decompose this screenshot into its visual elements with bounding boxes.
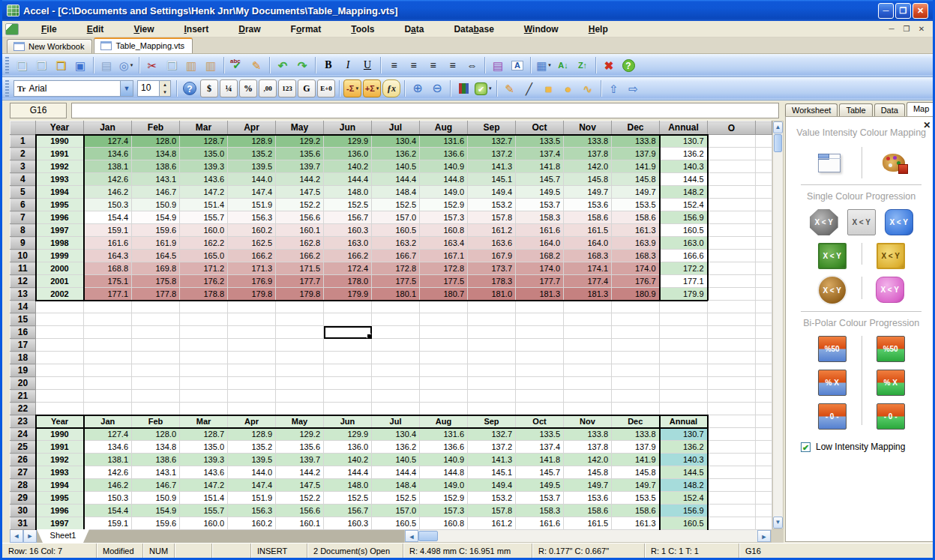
- cell[interactable]: 1994: [36, 186, 84, 199]
- cell[interactable]: [612, 339, 660, 352]
- toolbar-grip[interactable]: [5, 80, 9, 97]
- cell[interactable]: 135.0: [180, 441, 228, 454]
- cell[interactable]: [276, 339, 324, 352]
- cell[interactable]: 149.7: [564, 479, 612, 492]
- cell[interactable]: [276, 377, 324, 390]
- cell[interactable]: 172.4: [324, 262, 372, 275]
- cell[interactable]: 155.7: [180, 505, 228, 517]
- cell[interactable]: 160.1: [276, 517, 324, 530]
- cell[interactable]: 136.6: [420, 148, 468, 160]
- cell[interactable]: [84, 377, 132, 390]
- cell[interactable]: [468, 390, 516, 403]
- fraction-format-button[interactable]: ¼: [220, 79, 238, 97]
- maximize-button[interactable]: ❐: [895, 3, 911, 19]
- cell[interactable]: 163.0: [324, 237, 372, 250]
- cell[interactable]: [420, 313, 468, 326]
- cell[interactable]: [276, 364, 324, 377]
- cell[interactable]: [708, 199, 756, 211]
- draw-ellipse-button[interactable]: ●: [559, 79, 577, 97]
- cell[interactable]: 141.9: [612, 454, 660, 466]
- vertical-scroll-thumb[interactable]: [774, 134, 782, 152]
- cell[interactable]: Annual: [660, 415, 708, 428]
- menu-format[interactable]: Format: [276, 22, 337, 36]
- cell[interactable]: 133.5: [516, 135, 564, 148]
- cell[interactable]: 140.2: [324, 160, 372, 173]
- text-properties-button[interactable]: A: [508, 56, 526, 74]
- cell[interactable]: 174.0: [516, 262, 564, 275]
- row-header-28[interactable]: 28: [10, 479, 36, 492]
- cell[interactable]: 146.7: [132, 186, 180, 199]
- cell[interactable]: [324, 364, 372, 377]
- cell[interactable]: 147.2: [180, 479, 228, 492]
- sort-ascending-button[interactable]: A↓: [554, 56, 572, 74]
- cell[interactable]: 145.8: [612, 466, 660, 479]
- cell[interactable]: 142.6: [84, 173, 132, 186]
- column-header-annual[interactable]: Annual: [660, 121, 708, 135]
- column-header-apr[interactable]: Apr: [228, 121, 276, 135]
- cell[interactable]: 154.4: [84, 505, 132, 517]
- save-file-button[interactable]: ▣: [71, 56, 89, 74]
- cell[interactable]: 152.9: [420, 199, 468, 211]
- menu-database[interactable]: Database: [439, 22, 508, 36]
- cell[interactable]: 147.5: [276, 186, 324, 199]
- cell[interactable]: [516, 390, 564, 403]
- cell[interactable]: 134.6: [84, 441, 132, 454]
- cell[interactable]: [708, 326, 756, 339]
- cell[interactable]: 153.6: [564, 199, 612, 211]
- cell[interactable]: 177.5: [372, 275, 420, 288]
- cell[interactable]: 154.4: [84, 211, 132, 224]
- cell[interactable]: [756, 148, 772, 160]
- cell[interactable]: 181.3: [516, 288, 564, 301]
- cell[interactable]: 157.8: [468, 211, 516, 224]
- cell[interactable]: 150.9: [132, 492, 180, 505]
- cell[interactable]: 135.2: [228, 148, 276, 160]
- cell[interactable]: 161.6: [84, 237, 132, 250]
- align-center-button[interactable]: ≡: [404, 56, 422, 74]
- cell[interactable]: 129.2: [276, 135, 324, 148]
- cell[interactable]: 151.9: [228, 199, 276, 211]
- cell[interactable]: 144.0: [228, 466, 276, 479]
- cell[interactable]: [708, 403, 756, 415]
- cell[interactable]: 160.5: [372, 224, 420, 237]
- context-help-button[interactable]: ?: [181, 79, 199, 97]
- cell[interactable]: 140.5: [372, 454, 420, 466]
- cell[interactable]: 1997: [36, 224, 84, 237]
- cell[interactable]: 155.7: [180, 211, 228, 224]
- cell[interactable]: 164.0: [564, 237, 612, 250]
- cell[interactable]: [84, 339, 132, 352]
- cell[interactable]: [324, 352, 372, 364]
- cell[interactable]: [756, 377, 772, 390]
- cell[interactable]: 144.5: [660, 173, 708, 186]
- draw-pencil-button[interactable]: ✎: [501, 79, 519, 97]
- cell[interactable]: [564, 339, 612, 352]
- cell[interactable]: [612, 326, 660, 339]
- cell[interactable]: 134.8: [132, 441, 180, 454]
- cell[interactable]: 139.3: [180, 160, 228, 173]
- cell[interactable]: [180, 364, 228, 377]
- cell[interactable]: [660, 364, 708, 377]
- cell[interactable]: 135.6: [276, 148, 324, 160]
- cell[interactable]: 143.1: [132, 173, 180, 186]
- cell[interactable]: 163.6: [468, 237, 516, 250]
- cell[interactable]: [708, 441, 756, 454]
- cell[interactable]: 135.6: [276, 441, 324, 454]
- cell[interactable]: [612, 313, 660, 326]
- cell[interactable]: 1997: [36, 517, 84, 530]
- row-header-7[interactable]: 7: [10, 211, 36, 224]
- cell[interactable]: [132, 377, 180, 390]
- cell[interactable]: 159.1: [84, 517, 132, 530]
- cell[interactable]: 139.3: [180, 454, 228, 466]
- paste-button[interactable]: ▥: [182, 56, 200, 74]
- cell[interactable]: [756, 301, 772, 313]
- cell[interactable]: Jul: [372, 415, 420, 428]
- cell[interactable]: 1990: [36, 135, 84, 148]
- cell[interactable]: 141.9: [612, 160, 660, 173]
- cell[interactable]: 151.9: [228, 492, 276, 505]
- cell[interactable]: 166.2: [324, 250, 372, 262]
- menu-edit[interactable]: Edit: [72, 22, 119, 36]
- cell[interactable]: 177.8: [132, 288, 180, 301]
- cell[interactable]: 175.8: [132, 275, 180, 288]
- vertical-scrollbar[interactable]: ▲ ▼: [772, 121, 784, 529]
- cell[interactable]: 144.4: [372, 173, 420, 186]
- cell[interactable]: 149.4: [468, 186, 516, 199]
